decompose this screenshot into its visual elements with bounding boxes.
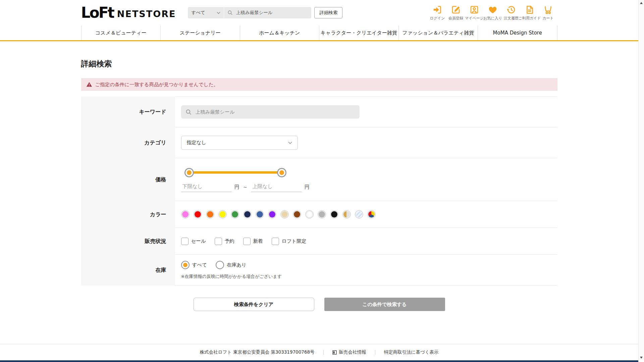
swatch-fill (281, 211, 288, 218)
page-title: 詳細検索 (81, 59, 557, 69)
color-swatch-beige[interactable] (280, 210, 289, 219)
status-option-new[interactable]: 新着 (243, 238, 263, 245)
quick-link-label: カート (542, 16, 554, 21)
form-row-category: カテゴリ 指定なし (81, 127, 557, 158)
color-swatch-black[interactable] (330, 210, 338, 219)
quick-link-label: ご利用ガイド (518, 16, 541, 21)
register-icon (451, 5, 461, 15)
scroll-down-icon (640, 357, 643, 359)
form-row-stock: 在庫 すべて在庫あり ※在庫情報の反映に時間がかかる場合がございます (81, 255, 557, 286)
color-swatch-orange[interactable] (206, 210, 214, 219)
status-option-loft-limited[interactable]: ロフト限定 (272, 238, 307, 245)
footer-link-commercial-law[interactable]: 特定商取引法に基づく表示 (384, 349, 439, 355)
color-swatch-blue[interactable] (256, 210, 264, 219)
bottom-bar (0, 360, 638, 362)
category-label: カテゴリ (81, 127, 175, 158)
logo-mark: LoFt (81, 5, 114, 20)
color-swatches (181, 210, 557, 219)
advanced-search-button[interactable]: 詳細検索 (314, 7, 342, 18)
quick-link-register[interactable]: 会員登録 (447, 5, 465, 21)
swatch-fill (232, 211, 238, 218)
radio-in-stock[interactable] (216, 261, 224, 269)
main-nav: コスメ＆ビューティーステーショナリーホーム＆キッチンキャラクター・クリエイター雑… (0, 25, 638, 41)
swatch-fill (244, 211, 251, 218)
nav-item-character-goods[interactable]: キャラクター・クリエイター雑貨 (319, 25, 398, 40)
color-swatch-navy[interactable] (243, 210, 252, 219)
nav-item-moma[interactable]: MoMA Design Store (478, 25, 557, 40)
swatch-fill (331, 211, 337, 218)
search-form: キーワード カテゴリ 指定なし (81, 97, 557, 286)
checkbox-label: セール (191, 238, 206, 244)
nav-item-stationery[interactable]: ステーショナリー (160, 25, 240, 40)
swatch-fill (319, 211, 325, 218)
chevron-down-icon (288, 141, 292, 144)
slider-track[interactable] (189, 171, 282, 174)
color-swatch-white[interactable] (305, 210, 314, 219)
color-swatch-brown[interactable] (293, 210, 301, 219)
price-inputs: 円 ～ 円 (181, 183, 557, 192)
color-swatch-gold-silver[interactable] (342, 210, 351, 219)
login-icon (432, 5, 442, 15)
color-swatch-purple[interactable] (268, 210, 276, 219)
search-submit-button[interactable]: この条件で検索する (324, 298, 445, 311)
history-icon (506, 5, 516, 15)
price-min-input[interactable] (181, 183, 231, 192)
swatch-fill (219, 211, 226, 218)
loft-logo[interactable]: LoFt NETSTORE (81, 5, 176, 20)
price-max-input[interactable] (251, 183, 302, 192)
keyword-label: キーワード (81, 97, 175, 127)
color-swatch-yellow[interactable] (218, 210, 227, 219)
radio-all[interactable] (181, 261, 190, 269)
slider-handle-min[interactable] (184, 168, 194, 177)
quick-link-order-history[interactable]: 注文履歴 (502, 5, 521, 21)
category-select[interactable]: 指定なし (181, 136, 298, 150)
checkbox-reserve[interactable] (215, 238, 222, 245)
page: LoFt NETSTORE すべて 詳細検索 ログイン会員登録マイページお気に入… (0, 0, 638, 362)
price-separator: ～ (243, 184, 248, 190)
color-swatch-clear[interactable] (355, 210, 363, 219)
quick-link-login[interactable]: ログイン (428, 5, 447, 21)
footer-link-seller-info[interactable]: 販売会社情報 (332, 349, 366, 355)
checkbox-sale[interactable] (181, 238, 189, 245)
guide-icon (525, 5, 535, 15)
stock-option-all[interactable]: すべて (181, 261, 207, 269)
color-swatch-gray[interactable] (318, 210, 326, 219)
checkbox-loft-limited[interactable] (272, 238, 279, 245)
stock-option-in-stock[interactable]: 在庫あり (216, 261, 247, 269)
status-option-reserve[interactable]: 予約 (215, 238, 234, 245)
header-search: すべて 詳細検索 (188, 7, 342, 18)
color-swatch-red[interactable] (194, 210, 202, 219)
nav-item-home-kitchen[interactable]: ホーム＆キッチン (240, 25, 319, 40)
status-option-sale[interactable]: セール (181, 238, 206, 245)
color-swatch-green[interactable] (231, 210, 239, 219)
footer-divider (375, 350, 375, 355)
vertical-scrollbar[interactable] (638, 0, 644, 360)
footer-link-label: 特定商取引法に基づく表示 (384, 349, 439, 355)
quick-link-favorites[interactable]: お気に入り (484, 5, 502, 21)
nav-item-fashion-variety[interactable]: ファッション＆バラエティ雑貨 (398, 25, 478, 40)
error-message-text: ご指定の条件に一致する商品が見つかりませんでした。 (95, 81, 219, 88)
keyword-input-box (181, 105, 360, 119)
slider-handle-max[interactable] (277, 168, 286, 177)
header-search-input[interactable] (235, 10, 308, 16)
scrollbar-up-button[interactable] (639, 0, 644, 6)
form-row-status: 販売状況 セール予約新着ロフト限定 (81, 228, 557, 255)
quick-link-mypage[interactable]: マイページ (465, 5, 484, 21)
nav-item-cosmetics[interactable]: コスメ＆ビューティー (81, 25, 161, 40)
color-swatch-multicolor[interactable] (367, 210, 376, 219)
checkbox-new[interactable] (243, 238, 251, 245)
swatch-fill (182, 211, 189, 218)
quick-link-cart[interactable]: カート (539, 5, 557, 21)
keyword-input[interactable] (195, 109, 355, 115)
stock-radios: すべて在庫あり (181, 261, 557, 269)
scrollbar-down-button[interactable] (639, 355, 644, 360)
quick-link-label: マイページ (465, 16, 484, 21)
color-swatch-pink[interactable] (181, 210, 190, 219)
search-category-select[interactable]: すべて (188, 7, 224, 18)
quick-link-guide[interactable]: ご利用ガイド (521, 5, 539, 21)
clear-conditions-button[interactable]: 検索条件をクリア (194, 298, 314, 311)
swatch-fill (294, 211, 300, 218)
radio-label: 在庫あり (227, 262, 247, 268)
swatch-fill (306, 211, 313, 218)
stock-label: 在庫 (81, 255, 175, 286)
